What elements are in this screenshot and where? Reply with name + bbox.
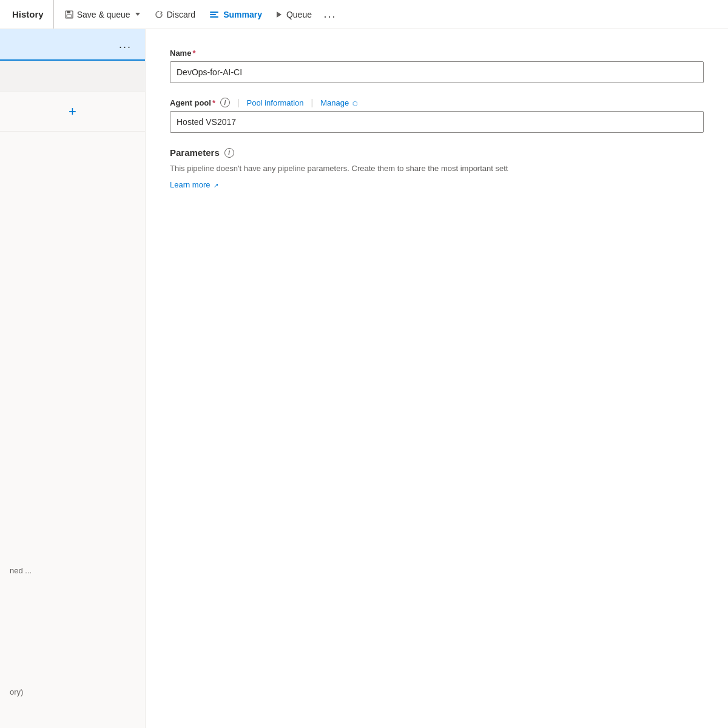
queue-label: Queue bbox=[286, 10, 312, 19]
save-queue-label: Save & queue bbox=[77, 10, 130, 19]
queue-play-icon bbox=[277, 12, 281, 18]
name-input[interactable] bbox=[170, 61, 704, 83]
summary-icon bbox=[210, 12, 218, 18]
svg-rect-2 bbox=[67, 15, 72, 18]
save-icon bbox=[65, 10, 73, 19]
summary-button[interactable]: Summary bbox=[204, 6, 268, 23]
sidebar-bottom-label1: ned ... bbox=[0, 559, 41, 582]
more-icon: ... bbox=[323, 8, 336, 21]
parameters-description: This pipeline doesn't have any pipeline … bbox=[170, 163, 704, 175]
sidebar-add-area: + bbox=[0, 92, 145, 132]
toolbar-actions: Save & queue Discard Summary Queue ... bbox=[54, 5, 345, 24]
more-button[interactable]: ... bbox=[320, 5, 340, 24]
save-queue-chevron-icon bbox=[135, 13, 140, 16]
main-layout: ... + ned ... ory) Name* bbox=[0, 29, 728, 728]
sidebar: ... + ned ... ory) bbox=[0, 29, 146, 728]
agent-pool-label: Agent pool* bbox=[170, 98, 215, 107]
main-content: Name* Agent pool* i | Pool information |… bbox=[146, 29, 728, 728]
parameters-header: Parameters i bbox=[170, 147, 704, 158]
name-label: Name* bbox=[170, 49, 704, 58]
sidebar-add-button[interactable]: + bbox=[63, 102, 83, 121]
sidebar-rest: ned ... ory) bbox=[0, 132, 145, 728]
history-nav[interactable]: History bbox=[0, 0, 54, 29]
parameters-title: Parameters bbox=[170, 147, 220, 158]
manage-external-icon: ⬡ bbox=[352, 100, 358, 107]
svg-rect-1 bbox=[67, 11, 70, 13]
summary-label: Summary bbox=[223, 10, 262, 19]
name-field-group: Name* bbox=[170, 49, 704, 83]
agent-pool-info-icon[interactable]: i bbox=[220, 98, 230, 107]
discard-button[interactable]: Discard bbox=[149, 6, 201, 23]
sidebar-section bbox=[0, 61, 145, 92]
sidebar-bottom-label2: ory) bbox=[0, 680, 33, 704]
pool-information-link[interactable]: Pool information bbox=[247, 98, 304, 107]
save-queue-button[interactable]: Save & queue bbox=[59, 6, 146, 23]
queue-button[interactable]: Queue bbox=[271, 6, 318, 23]
discard-icon bbox=[155, 10, 163, 19]
learn-more-link[interactable]: Learn more ↗ bbox=[170, 180, 218, 189]
sidebar-ellipsis-icon: ... bbox=[119, 38, 132, 50]
agent-pool-header: Agent pool* i | Pool information | Manag… bbox=[170, 98, 704, 107]
agent-pool-field-group: Agent pool* i | Pool information | Manag… bbox=[170, 98, 704, 133]
agent-pool-input[interactable] bbox=[170, 111, 704, 133]
discard-label: Discard bbox=[167, 10, 195, 19]
toolbar: History Save & queue Discard S bbox=[0, 0, 728, 29]
agent-pool-required: * bbox=[212, 98, 215, 107]
sidebar-top-item: ... bbox=[0, 29, 145, 61]
name-required: * bbox=[192, 49, 195, 58]
pipe-separator-1: | bbox=[237, 98, 240, 107]
sidebar-ellipsis-button[interactable]: ... bbox=[115, 37, 135, 52]
manage-link[interactable]: Manage ⬡ bbox=[320, 98, 358, 107]
history-label: History bbox=[12, 9, 44, 19]
parameters-info-icon[interactable]: i bbox=[224, 148, 234, 158]
parameters-section: Parameters i This pipeline doesn't have … bbox=[170, 147, 704, 189]
add-icon: + bbox=[69, 104, 76, 120]
pipe-separator-2: | bbox=[311, 98, 314, 107]
learn-more-external-icon: ↗ bbox=[214, 182, 218, 189]
